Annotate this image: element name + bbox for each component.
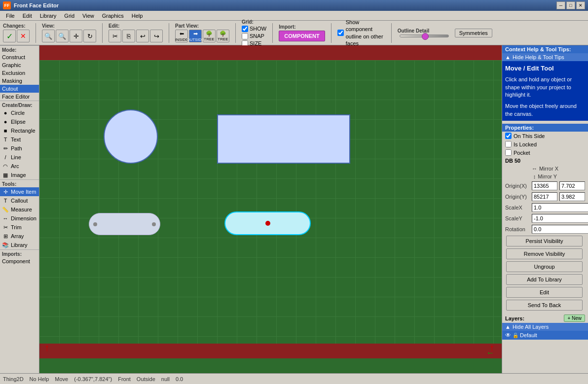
is-locked-row[interactable]: Is Locked xyxy=(502,140,588,148)
reject-button[interactable]: ✕ xyxy=(17,30,30,42)
path-label: Path xyxy=(11,145,22,151)
origin-y-input2[interactable] xyxy=(559,192,585,201)
sidebar-item-path[interactable]: ✏ Path xyxy=(0,144,39,153)
menu-edit[interactable]: Edit xyxy=(19,12,36,20)
sidebar-item-rectangle[interactable]: ■ Rectangle xyxy=(0,126,39,135)
component-button[interactable]: COMPONENT xyxy=(279,31,325,41)
scale-y-input[interactable] xyxy=(532,214,588,223)
minimize-button[interactable]: ─ xyxy=(556,1,565,9)
sidebar-item-arc[interactable]: ◠ Arc xyxy=(0,162,39,171)
sidebar-item-library[interactable]: 📚 Library xyxy=(0,241,39,249)
sidebar-item-move-item[interactable]: ✛ Move Item xyxy=(0,187,39,196)
canvas-pill-shape[interactable] xyxy=(89,213,160,235)
origin-x-input2[interactable] xyxy=(559,181,585,190)
titlebar-controls[interactable]: ─ □ ✕ xyxy=(556,1,585,9)
persist-visibility-button[interactable]: Persist Visibility xyxy=(506,236,583,246)
sidebar-item-image[interactable]: ▦ Image xyxy=(0,171,39,179)
undo-button[interactable]: ↩ xyxy=(136,30,149,42)
canvas-rect-shape[interactable] xyxy=(217,114,350,164)
canvas-pill-selected-shape[interactable] xyxy=(224,211,311,235)
zoom-out-button[interactable]: 🔍 xyxy=(42,30,55,42)
sidebar-item-construct[interactable]: Construct xyxy=(0,53,39,61)
rotation-label: Rotation xyxy=(505,226,530,232)
copy-button[interactable]: ⎘ xyxy=(122,30,135,42)
sidebar-item-text[interactable]: T Text xyxy=(0,135,39,144)
ungroup-button[interactable]: Ungroup xyxy=(506,261,583,272)
show-component-checkbox[interactable] xyxy=(337,30,344,36)
mirror-y-label: Mirror Y xyxy=(538,174,557,179)
menu-help[interactable]: Help xyxy=(128,12,147,20)
sidebar-item-component[interactable]: Component xyxy=(0,257,39,265)
menu-view[interactable]: View xyxy=(78,12,98,20)
dimension-label: Dimension xyxy=(11,215,37,221)
canvas-area[interactable]: ↑ ↑ ← xyxy=(39,45,502,373)
pill-handle-right xyxy=(152,222,156,226)
refresh-button[interactable]: ↻ xyxy=(83,30,96,42)
statusbar: Thing2D No Help Move (-0.367",7.824") Fr… xyxy=(0,373,588,384)
close-button[interactable]: ✕ xyxy=(576,1,585,9)
redo-button[interactable]: ↪ xyxy=(150,30,163,42)
sidebar-item-elipse[interactable]: ● Elipse xyxy=(0,117,39,126)
sidebar-item-measure[interactable]: 📏 Measure xyxy=(0,205,39,214)
new-layer-button[interactable]: + New xyxy=(564,314,585,322)
sidebar-item-line[interactable]: / Line xyxy=(0,153,39,162)
inside-button[interactable]: ⬅INSIDE xyxy=(175,30,188,42)
origin-x-input1[interactable] xyxy=(532,181,557,190)
outside-button[interactable]: ➡OUTSIDE xyxy=(189,30,202,42)
hide-tips-button[interactable]: ▲ Hide Help & Tool Tips xyxy=(502,53,588,61)
scale-x-input[interactable] xyxy=(532,203,588,212)
cut-button[interactable]: ✂ xyxy=(109,30,121,42)
tree1-button[interactable]: 🌳TREE xyxy=(203,30,216,42)
is-locked-checkbox[interactable] xyxy=(505,141,512,147)
sidebar-item-graphic[interactable]: Graphic xyxy=(0,61,39,69)
on-this-side-checkbox[interactable] xyxy=(505,133,512,139)
send-to-back-button[interactable]: Send To Back xyxy=(506,300,583,311)
sidebar-item-exclusion[interactable]: Exclusion xyxy=(0,69,39,77)
remove-visibility-button[interactable]: Remove Visibility xyxy=(506,248,583,259)
pocket-row[interactable]: Pocket xyxy=(502,148,588,157)
layers-title: Layers: xyxy=(505,315,524,321)
rectangle-label: Rectangle xyxy=(11,128,36,134)
pocket-checkbox[interactable] xyxy=(505,149,512,156)
accept-button[interactable]: ✓ xyxy=(3,30,16,42)
outline-slider[interactable] xyxy=(398,35,451,37)
sidebar-item-trim[interactable]: ✂ Trim xyxy=(0,223,39,232)
menu-grid[interactable]: Grid xyxy=(60,12,78,20)
on-this-side-row[interactable]: On This Side xyxy=(502,132,588,140)
status-coordinates: (-0.367",7.824") xyxy=(74,376,112,382)
pan-button[interactable]: ✛ xyxy=(70,30,82,42)
hide-all-layers-button[interactable]: ▲ Hide All Layers xyxy=(502,323,588,331)
canvas-circle-shape[interactable] xyxy=(104,109,158,164)
menu-file[interactable]: File xyxy=(2,12,19,20)
origin-y-input1[interactable] xyxy=(532,192,557,201)
tree2-button[interactable]: 🌳TREE xyxy=(217,30,229,42)
symmetries-button[interactable]: Symmetries xyxy=(455,29,492,37)
sidebar-item-dimension[interactable]: ↔ Dimension xyxy=(0,214,39,223)
sidebar-item-face-editor[interactable]: Face Editor xyxy=(0,93,39,101)
origin-y-label: Origin(Y) xyxy=(505,194,530,200)
sidebar-item-circle[interactable]: ● Circle xyxy=(0,108,39,117)
snap-checkbox[interactable] xyxy=(242,33,248,39)
exclusion-label: Exclusion xyxy=(2,70,25,76)
edit-button[interactable]: Edit xyxy=(506,287,583,298)
show-checkbox[interactable] xyxy=(242,26,248,32)
slider-thumb[interactable] xyxy=(422,33,429,40)
menu-graphics[interactable]: Graphics xyxy=(98,12,128,20)
slider-track[interactable] xyxy=(400,35,449,37)
menu-library[interactable]: Library xyxy=(36,12,61,20)
snap-checkbox-row: SNAP xyxy=(242,33,266,39)
zoom-in-button[interactable]: 🔍 xyxy=(56,30,69,42)
maximize-button[interactable]: □ xyxy=(566,1,575,9)
rotation-input[interactable] xyxy=(532,225,588,234)
mirror-y-icon: ↕ xyxy=(533,174,536,179)
hide-all-layers-label: Hide All Layers xyxy=(513,324,549,330)
layer-default[interactable]: 👁 🔓 Default xyxy=(502,331,588,340)
sidebar-item-callout[interactable]: T Callout xyxy=(0,196,39,205)
mirror-x-button[interactable]: ↔ Mirror X xyxy=(502,165,588,173)
layer-visible-icon: 👁 xyxy=(505,332,511,339)
mirror-y-button[interactable]: ↕ Mirror Y xyxy=(502,173,588,180)
sidebar-item-array[interactable]: ⊞ Array xyxy=(0,232,39,241)
sidebar-item-cutout[interactable]: Cutout xyxy=(0,85,39,93)
add-to-library-button[interactable]: Add To Library xyxy=(506,274,583,285)
sidebar-item-masking[interactable]: Masking xyxy=(0,77,39,85)
